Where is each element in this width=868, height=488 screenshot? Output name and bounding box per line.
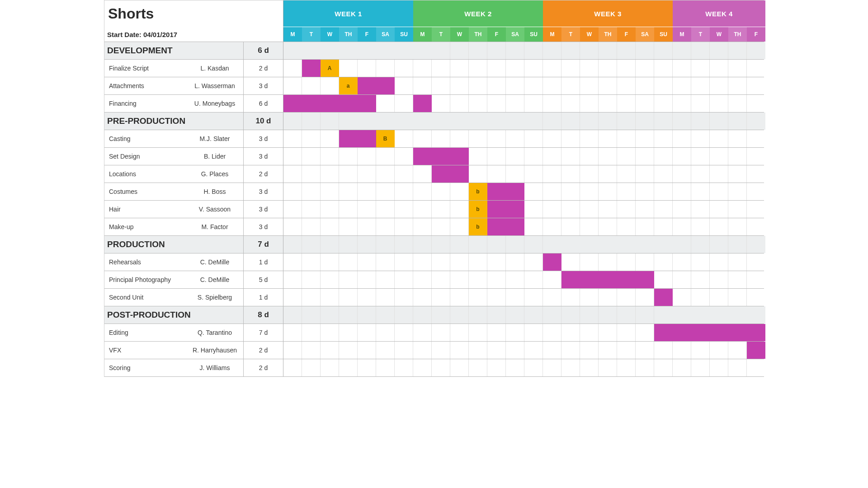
day-cell: [321, 165, 339, 183]
day-cell: [321, 342, 339, 359]
day-cell: [358, 42, 376, 59]
day-cell: [728, 148, 747, 165]
day-cell: [450, 201, 469, 218]
day-cell: [358, 148, 376, 165]
day-cell: [321, 95, 339, 112]
day-cell: [302, 60, 321, 77]
day-cell: [450, 218, 469, 235]
day-cell: [487, 253, 506, 271]
day-cell: [710, 306, 728, 324]
day-cell: [580, 253, 599, 271]
day-cell: [636, 236, 654, 253]
day-cell: [432, 42, 450, 59]
day-cell: [728, 95, 747, 112]
day-cell: [432, 113, 450, 130]
phase-row: POST-PRODUCTION8 d: [104, 306, 764, 324]
day-cell: [524, 342, 543, 359]
day-cell: [710, 271, 728, 288]
day-cell: [395, 236, 413, 253]
day-cell: [710, 359, 728, 376]
day-cell: [283, 359, 302, 376]
task-owner: C. DeMille: [186, 271, 243, 288]
day-cell: [469, 77, 487, 94]
task-name: Principal Photography: [104, 271, 186, 288]
day-cell: [376, 324, 395, 341]
day-cell: [673, 148, 691, 165]
day-cell: [691, 271, 710, 288]
day-cell: [413, 359, 432, 376]
week-2-header: WEEK 2: [413, 0, 543, 27]
task-name: Rehearsals: [104, 253, 186, 271]
day-cell: [691, 77, 710, 94]
day-cell: [321, 359, 339, 376]
day-cell: [506, 148, 524, 165]
day-cell: [710, 183, 728, 200]
day-cell: [321, 113, 339, 130]
day-cell: [450, 271, 469, 288]
day-cell: [673, 218, 691, 235]
day-cell: [580, 271, 599, 288]
phase-row: PRODUCTION7 d: [104, 236, 764, 253]
day-cell: [580, 201, 599, 218]
day-cell: [636, 218, 654, 235]
day-cell: [376, 42, 395, 59]
task-row: CostumesH. Boss3 db: [104, 183, 764, 201]
day-cell: [710, 130, 728, 147]
task-owner: V. Sassoon: [186, 201, 243, 218]
day-cell: [469, 271, 487, 288]
day-cell: [395, 77, 413, 94]
day-cell: [469, 42, 487, 59]
day-cell: [654, 236, 673, 253]
day-cell: [580, 60, 599, 77]
day-cell: [450, 77, 469, 94]
day-header: M: [543, 27, 561, 42]
day-cell: [321, 42, 339, 59]
day-cell: [339, 289, 358, 306]
task-owner: L. Wasserman: [186, 77, 243, 94]
day-cell: [395, 359, 413, 376]
day-cell: [339, 42, 358, 59]
day-cell: [654, 218, 673, 235]
phase-duration: 8 d: [243, 306, 283, 324]
day-header: T: [691, 27, 710, 42]
day-cell: [691, 165, 710, 183]
day-cell: [413, 60, 432, 77]
day-cell: [432, 95, 450, 112]
day-cell: [413, 165, 432, 183]
day-cell: [395, 324, 413, 341]
task-row: FinancingU. Moneybags6 d: [104, 95, 764, 113]
day-cell: [543, 289, 561, 306]
day-cell: [469, 60, 487, 77]
day-cell: [413, 148, 432, 165]
task-duration: 2 d: [243, 342, 283, 359]
day-cell: [747, 236, 765, 253]
day-cell: [710, 201, 728, 218]
header-row-days: Start Date: 04/01/2017 MTWTHFSASUMTWTHFS…: [104, 27, 764, 42]
day-cell: [339, 60, 358, 77]
day-cell: [283, 183, 302, 200]
day-cell: [599, 306, 617, 324]
day-cell: [469, 113, 487, 130]
day-cell: [302, 113, 321, 130]
day-cell: [358, 165, 376, 183]
day-cell: [283, 253, 302, 271]
day-cell: [395, 183, 413, 200]
day-cell: [302, 148, 321, 165]
day-cell: [506, 60, 524, 77]
day-cell: [283, 165, 302, 183]
day-cell: [710, 165, 728, 183]
day-header: TH: [339, 27, 358, 42]
phase-row: PRE-PRODUCTION10 d: [104, 113, 764, 130]
day-cell: [747, 253, 765, 271]
day-cell: [321, 236, 339, 253]
day-cell: [599, 342, 617, 359]
day-cell: [376, 60, 395, 77]
day-cell: [747, 342, 765, 359]
day-cell: [395, 253, 413, 271]
task-row: HairV. Sassoon3 db: [104, 201, 764, 218]
day-cell: [321, 201, 339, 218]
day-cell: [561, 289, 580, 306]
day-cell: [487, 236, 506, 253]
task-name: Second Unit: [104, 289, 186, 306]
day-cell: [376, 148, 395, 165]
